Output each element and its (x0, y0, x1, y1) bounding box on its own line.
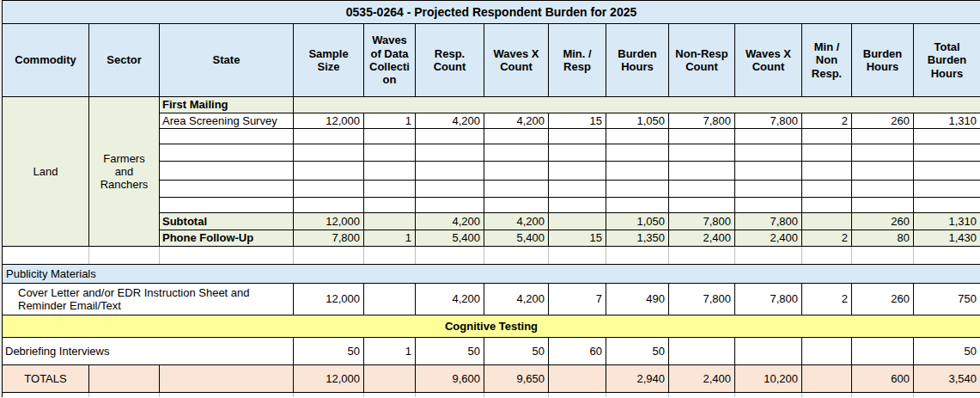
empty-cell (364, 393, 416, 397)
row-label-phone-follow-up: Phone Follow-Up (160, 230, 294, 247)
value-cell: 7,800 (669, 113, 735, 129)
empty-cell (802, 338, 852, 365)
value-cell: 50 (484, 338, 549, 365)
cognitive-testing-band-row: Cognitive Testing (3, 315, 980, 338)
first-mailing-band (294, 97, 980, 113)
empty-state-cell (160, 129, 294, 144)
empty-cell (484, 162, 549, 181)
empty-cell (364, 213, 416, 230)
empty-cell (549, 181, 606, 198)
empty-cell (160, 247, 294, 265)
title-row: 0535-0264 - Projected Respondent Burden … (3, 1, 980, 24)
totals-sector-cell (89, 365, 160, 393)
value-cell: 5,400 (416, 230, 484, 247)
value-cell: 260 (852, 284, 914, 315)
empty-cell (914, 129, 980, 144)
empty-cell (484, 247, 549, 265)
empty-cell (606, 198, 669, 213)
empty-cell (484, 181, 549, 198)
section-label-publicity-materials: Publicity Materials (3, 265, 980, 284)
empty-cell (606, 144, 669, 162)
row-label-cover-letter: Cover Letter and/or EDR Instruction Shee… (3, 284, 294, 315)
value-cell: 600 (852, 365, 914, 393)
empty-cell (416, 162, 484, 181)
empty-cell (669, 393, 735, 397)
empty-cell (416, 198, 484, 213)
table-row-cover-letter: Cover Letter and/or EDR Instruction Shee… (3, 284, 980, 315)
value-cell: 7,800 (735, 213, 802, 230)
empty-cell (802, 247, 852, 265)
column-header-sample-size: Sample Size (294, 24, 364, 97)
value-cell: 12,000 (294, 113, 364, 129)
value-cell: 1,050 (606, 213, 669, 230)
value-cell: 4,200 (416, 113, 484, 129)
value-cell: 50 (416, 338, 484, 365)
value-cell: 3,540 (914, 365, 980, 393)
empty-cell (735, 181, 802, 198)
section-label-cognitive-testing: Cognitive Testing (3, 315, 980, 338)
value-cell: 260 (852, 113, 914, 129)
column-header-waves-x-count: Waves X Count (484, 24, 549, 97)
value-cell: 2,940 (606, 365, 669, 393)
empty-cell (852, 247, 914, 265)
value-cell: 490 (606, 284, 669, 315)
column-header-resp-count: Resp. Count (416, 24, 484, 97)
value-cell: 12,000 (294, 213, 364, 230)
value-cell: 9,600 (416, 365, 484, 393)
empty-cell (416, 247, 484, 265)
value-cell: 7,800 (669, 284, 735, 315)
empty-cell (606, 393, 669, 397)
empty-cell (914, 144, 980, 162)
value-cell: 1,350 (606, 230, 669, 247)
empty-cell (852, 198, 914, 213)
empty-cell (364, 284, 416, 315)
empty-cell (669, 338, 735, 365)
spacer-row (3, 247, 980, 265)
empty-cell (852, 129, 914, 144)
empty-cell (364, 162, 416, 181)
row-label-totals: TOTALS (3, 365, 89, 393)
empty-cell (669, 162, 735, 181)
empty-cell (735, 129, 802, 144)
column-header-row: Commodity Sector State Sample Size Waves… (3, 24, 980, 97)
empty-cell (549, 144, 606, 162)
empty-state-cell (160, 162, 294, 181)
value-cell: 12,000 (294, 365, 364, 393)
sheet-left-margin (0, 0, 2, 398)
value-cell: 9,650 (484, 365, 549, 393)
empty-cell (802, 213, 852, 230)
value-cell: 2,400 (669, 365, 735, 393)
empty-cell (484, 129, 549, 144)
empty-cell (669, 198, 735, 213)
value-cell: 4,200 (484, 213, 549, 230)
empty-cell (484, 144, 549, 162)
value-cell: 12,000 (294, 284, 364, 315)
empty-cell (484, 198, 549, 213)
commodity-cell: Land (3, 97, 89, 247)
empty-cell (669, 181, 735, 198)
value-cell: 10,200 (735, 365, 802, 393)
value-cell: 1,310 (914, 113, 980, 129)
column-header-waves-of-data-collection: Waves of Data Collection (364, 24, 416, 97)
empty-state-cell (160, 198, 294, 213)
empty-cell (89, 393, 160, 397)
value-cell: 2,400 (669, 230, 735, 247)
value-cell: 2 (802, 284, 852, 315)
empty-cell (549, 198, 606, 213)
empty-cell (606, 247, 669, 265)
column-header-waves-x-count-nonresp: Waves X Count (735, 24, 802, 97)
value-cell: 5,400 (484, 230, 549, 247)
value-cell: 1 (364, 338, 416, 365)
empty-cell (416, 129, 484, 144)
value-cell: 60 (549, 338, 606, 365)
empty-cell (802, 365, 852, 393)
value-cell: 50 (606, 338, 669, 365)
sector-cell: Farmers and Ranchers (89, 97, 160, 247)
table-title: 0535-0264 - Projected Respondent Burden … (3, 1, 980, 24)
value-cell: 50 (914, 338, 980, 365)
row-label-subtotal: Subtotal (160, 213, 294, 230)
empty-cell (735, 247, 802, 265)
value-cell: 50 (294, 338, 364, 365)
value-cell: 7,800 (735, 284, 802, 315)
empty-cell (914, 247, 980, 265)
